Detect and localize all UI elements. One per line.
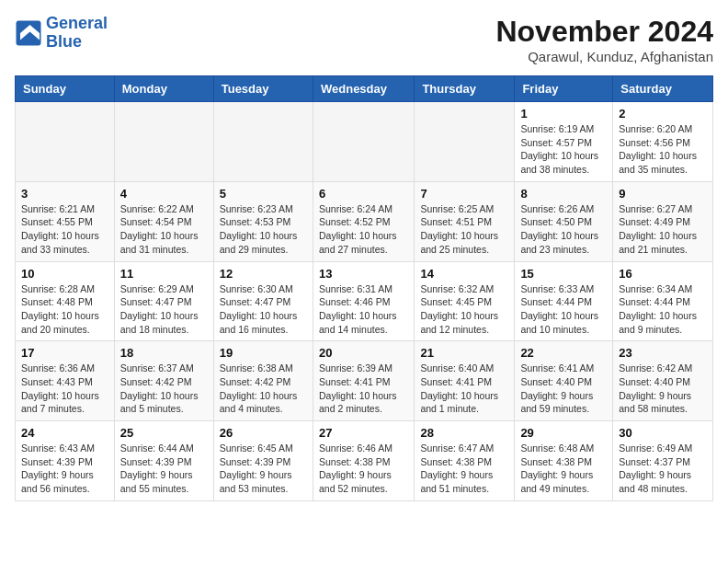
day-number: 27 <box>319 426 408 440</box>
day-number: 2 <box>619 107 707 121</box>
calendar-cell: 23Sunrise: 6:42 AMSunset: 4:40 PMDayligh… <box>613 341 713 421</box>
day-info: Sunrise: 6:19 AMSunset: 4:57 PMDaylight:… <box>520 122 607 177</box>
day-info: Sunrise: 6:34 AMSunset: 4:44 PMDaylight:… <box>619 282 707 337</box>
day-number: 4 <box>120 187 208 201</box>
calendar-cell: 17Sunrise: 6:36 AMSunset: 4:43 PMDayligh… <box>16 341 115 421</box>
day-info: Sunrise: 6:20 AMSunset: 4:56 PMDaylight:… <box>619 122 707 177</box>
calendar-cell: 21Sunrise: 6:40 AMSunset: 4:41 PMDayligh… <box>415 341 515 421</box>
day-info: Sunrise: 6:24 AMSunset: 4:52 PMDaylight:… <box>319 202 408 257</box>
weekday-header-saturday: Saturday <box>613 76 713 102</box>
day-info: Sunrise: 6:25 AMSunset: 4:51 PMDaylight:… <box>420 202 508 257</box>
day-number: 3 <box>21 187 108 201</box>
day-info: Sunrise: 6:43 AMSunset: 4:39 PMDaylight:… <box>21 442 108 496</box>
day-number: 5 <box>220 187 307 201</box>
calendar-cell: 8Sunrise: 6:26 AMSunset: 4:50 PMDaylight… <box>515 181 613 261</box>
day-info: Sunrise: 6:42 AMSunset: 4:40 PMDaylight:… <box>619 362 707 416</box>
day-number: 30 <box>619 426 707 440</box>
day-info: Sunrise: 6:39 AMSunset: 4:41 PMDaylight:… <box>319 362 408 416</box>
day-number: 8 <box>520 187 607 201</box>
day-number: 23 <box>619 346 707 360</box>
calendar-cell: 27Sunrise: 6:46 AMSunset: 4:38 PMDayligh… <box>313 421 414 501</box>
weekday-header-tuesday: Tuesday <box>213 76 313 102</box>
day-number: 25 <box>120 426 208 440</box>
calendar-cell: 24Sunrise: 6:43 AMSunset: 4:39 PMDayligh… <box>16 421 115 501</box>
day-number: 7 <box>420 187 508 201</box>
calendar-cell: 15Sunrise: 6:33 AMSunset: 4:44 PMDayligh… <box>515 261 613 341</box>
day-info: Sunrise: 6:44 AMSunset: 4:39 PMDaylight:… <box>120 442 208 496</box>
day-number: 21 <box>420 346 508 360</box>
logo-line1: General <box>46 14 108 32</box>
weekday-header-thursday: Thursday <box>415 76 515 102</box>
calendar-cell: 6Sunrise: 6:24 AMSunset: 4:52 PMDaylight… <box>313 181 414 261</box>
day-number: 9 <box>619 187 707 201</box>
day-info: Sunrise: 6:48 AMSunset: 4:38 PMDaylight:… <box>520 442 607 496</box>
day-info: Sunrise: 6:40 AMSunset: 4:41 PMDaylight:… <box>420 362 508 416</box>
calendar-cell: 10Sunrise: 6:28 AMSunset: 4:48 PMDayligh… <box>16 261 115 341</box>
calendar-cell: 19Sunrise: 6:38 AMSunset: 4:42 PMDayligh… <box>213 341 313 421</box>
day-number: 15 <box>520 267 607 281</box>
calendar-cell <box>16 102 115 182</box>
logo: General Blue <box>15 15 108 52</box>
day-info: Sunrise: 6:26 AMSunset: 4:50 PMDaylight:… <box>520 202 607 257</box>
calendar-cell <box>415 102 515 182</box>
day-number: 26 <box>220 426 307 440</box>
calendar-cell: 11Sunrise: 6:29 AMSunset: 4:47 PMDayligh… <box>114 261 213 341</box>
calendar-cell: 25Sunrise: 6:44 AMSunset: 4:39 PMDayligh… <box>114 421 213 501</box>
calendar-cell: 5Sunrise: 6:23 AMSunset: 4:53 PMDaylight… <box>213 181 313 261</box>
day-number: 20 <box>319 346 408 360</box>
calendar-cell: 16Sunrise: 6:34 AMSunset: 4:44 PMDayligh… <box>613 261 713 341</box>
day-number: 10 <box>21 267 108 281</box>
day-info: Sunrise: 6:31 AMSunset: 4:46 PMDaylight:… <box>319 282 408 337</box>
day-number: 29 <box>520 426 607 440</box>
day-info: Sunrise: 6:28 AMSunset: 4:48 PMDaylight:… <box>21 282 108 337</box>
calendar-cell: 18Sunrise: 6:37 AMSunset: 4:42 PMDayligh… <box>114 341 213 421</box>
logo-icon <box>15 19 42 47</box>
weekday-header-sunday: Sunday <box>16 76 115 102</box>
location-title: Qarawul, Kunduz, Afghanistan <box>495 49 713 64</box>
day-info: Sunrise: 6:46 AMSunset: 4:38 PMDaylight:… <box>319 442 408 496</box>
calendar-cell <box>313 102 414 182</box>
calendar-cell: 29Sunrise: 6:48 AMSunset: 4:38 PMDayligh… <box>515 421 613 501</box>
day-number: 28 <box>420 426 508 440</box>
day-info: Sunrise: 6:32 AMSunset: 4:45 PMDaylight:… <box>420 282 508 337</box>
day-number: 12 <box>220 267 307 281</box>
day-number: 6 <box>319 187 408 201</box>
day-info: Sunrise: 6:33 AMSunset: 4:44 PMDaylight:… <box>520 282 607 337</box>
calendar-cell: 7Sunrise: 6:25 AMSunset: 4:51 PMDaylight… <box>415 181 515 261</box>
calendar-cell: 13Sunrise: 6:31 AMSunset: 4:46 PMDayligh… <box>313 261 414 341</box>
calendar-cell: 14Sunrise: 6:32 AMSunset: 4:45 PMDayligh… <box>415 261 515 341</box>
calendar-week-row: 3Sunrise: 6:21 AMSunset: 4:55 PMDaylight… <box>16 181 713 261</box>
calendar-cell: 9Sunrise: 6:27 AMSunset: 4:49 PMDaylight… <box>613 181 713 261</box>
calendar-cell: 1Sunrise: 6:19 AMSunset: 4:57 PMDaylight… <box>515 102 613 182</box>
day-number: 14 <box>420 267 508 281</box>
calendar-cell: 28Sunrise: 6:47 AMSunset: 4:38 PMDayligh… <box>415 421 515 501</box>
calendar-week-row: 24Sunrise: 6:43 AMSunset: 4:39 PMDayligh… <box>16 421 713 501</box>
day-info: Sunrise: 6:36 AMSunset: 4:43 PMDaylight:… <box>21 362 108 416</box>
calendar-cell <box>213 102 313 182</box>
day-info: Sunrise: 6:45 AMSunset: 4:39 PMDaylight:… <box>220 442 307 496</box>
day-info: Sunrise: 6:38 AMSunset: 4:42 PMDaylight:… <box>220 362 307 416</box>
calendar-cell: 4Sunrise: 6:22 AMSunset: 4:54 PMDaylight… <box>114 181 213 261</box>
day-info: Sunrise: 6:49 AMSunset: 4:37 PMDaylight:… <box>619 442 707 496</box>
calendar-cell: 22Sunrise: 6:41 AMSunset: 4:40 PMDayligh… <box>515 341 613 421</box>
day-number: 11 <box>120 267 208 281</box>
day-number: 1 <box>520 107 607 121</box>
weekday-header-monday: Monday <box>114 76 213 102</box>
weekday-header-friday: Friday <box>515 76 613 102</box>
day-number: 16 <box>619 267 707 281</box>
page-header: General Blue November 2024 Qarawul, Kund… <box>15 15 713 64</box>
day-number: 13 <box>319 267 408 281</box>
day-number: 22 <box>520 346 607 360</box>
weekday-header-wednesday: Wednesday <box>313 76 414 102</box>
calendar-cell: 20Sunrise: 6:39 AMSunset: 4:41 PMDayligh… <box>313 341 414 421</box>
calendar-week-row: 10Sunrise: 6:28 AMSunset: 4:48 PMDayligh… <box>16 261 713 341</box>
calendar-cell: 3Sunrise: 6:21 AMSunset: 4:55 PMDaylight… <box>16 181 115 261</box>
calendar-cell <box>114 102 213 182</box>
month-title: November 2024 <box>495 15 713 49</box>
day-number: 18 <box>120 346 208 360</box>
calendar-cell: 30Sunrise: 6:49 AMSunset: 4:37 PMDayligh… <box>613 421 713 501</box>
day-info: Sunrise: 6:37 AMSunset: 4:42 PMDaylight:… <box>120 362 208 416</box>
calendar-cell: 2Sunrise: 6:20 AMSunset: 4:56 PMDaylight… <box>613 102 713 182</box>
day-number: 17 <box>21 346 108 360</box>
day-info: Sunrise: 6:23 AMSunset: 4:53 PMDaylight:… <box>220 202 307 257</box>
